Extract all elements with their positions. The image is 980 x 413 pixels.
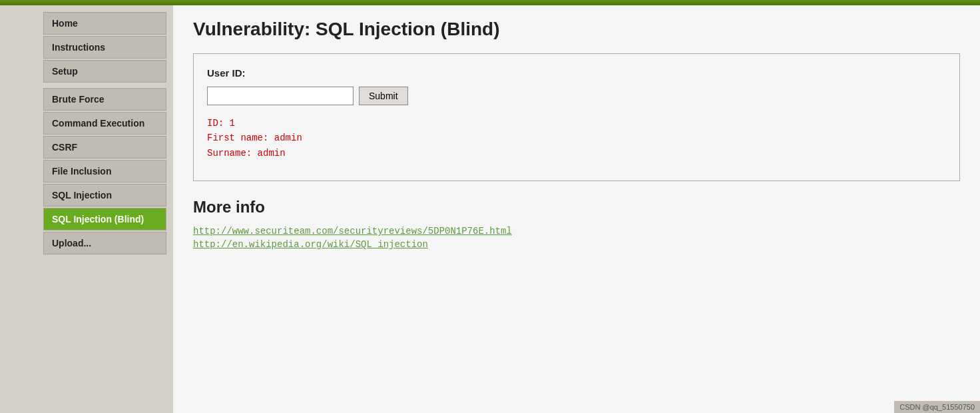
info-link-2[interactable]: http://en.wikipedia.org/wiki/SQL_injecti… xyxy=(193,239,960,250)
sidebar-item-upload[interactable]: Upload... xyxy=(43,232,166,254)
result-text: ID: 1 First name: admin Surname: admin xyxy=(207,116,946,161)
sidebar-item-file-inclusion[interactable]: File Inclusion xyxy=(43,160,166,183)
footer: CSDN @qq_51550750 xyxy=(894,401,980,413)
sidebar-group-1: Home Instructions Setup xyxy=(43,12,166,83)
sidebar-group-2: Brute Force Command Execution CSRF File … xyxy=(43,88,166,254)
info-links: http://www.securiteam.com/securityreview… xyxy=(193,226,960,250)
form-row: Submit xyxy=(207,87,946,105)
user-id-input[interactable] xyxy=(207,87,354,105)
sidebar-item-setup[interactable]: Setup xyxy=(43,60,166,83)
page-title: Vulnerability: SQL Injection (Blind) xyxy=(193,19,960,40)
top-bar xyxy=(0,0,980,5)
field-label: User ID: xyxy=(207,67,946,79)
result-line-1: ID: 1 xyxy=(207,116,946,131)
sidebar-item-home[interactable]: Home xyxy=(43,12,166,35)
sidebar-item-csrf[interactable]: CSRF xyxy=(43,136,166,159)
info-link-1[interactable]: http://www.securiteam.com/securityreview… xyxy=(193,226,960,236)
more-info-title: More info xyxy=(193,198,960,216)
sidebar-item-instructions[interactable]: Instructions xyxy=(43,36,166,59)
form-box: User ID: Submit ID: 1 First name: admin … xyxy=(193,53,960,181)
result-line-3: Surname: admin xyxy=(207,146,946,161)
submit-button[interactable]: Submit xyxy=(359,87,408,105)
result-line-2: First name: admin xyxy=(207,131,946,145)
sidebar-item-sql-injection[interactable]: SQL Injection xyxy=(43,184,166,206)
sidebar-item-brute-force[interactable]: Brute Force xyxy=(43,88,166,111)
sidebar: Home Instructions Setup Brute Force Comm… xyxy=(0,5,173,413)
sidebar-item-sql-injection-blind[interactable]: SQL Injection (Blind) xyxy=(43,208,166,230)
sidebar-item-command-execution[interactable]: Command Execution xyxy=(43,112,166,135)
main-content: Vulnerability: SQL Injection (Blind) Use… xyxy=(173,5,980,413)
